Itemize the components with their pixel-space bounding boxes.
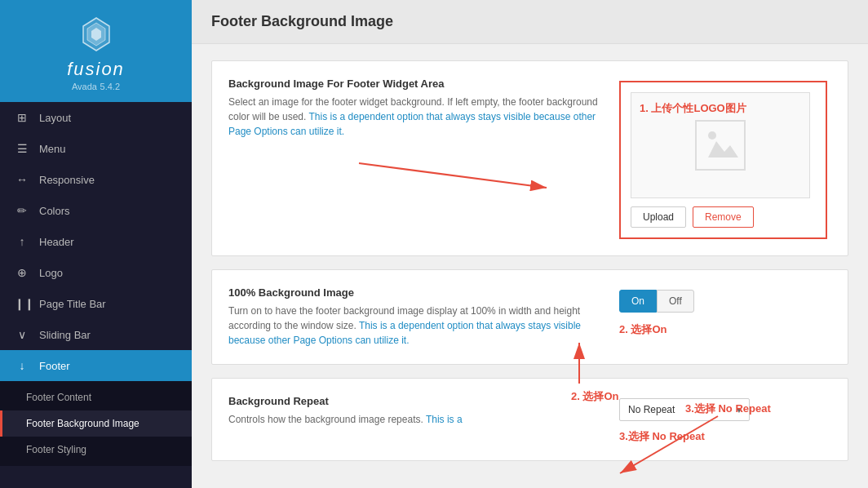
upload-buttons: Upload Remove	[631, 206, 816, 228]
toggle-group-100-bg: On Off	[619, 290, 694, 313]
sidebar-item-logo-label: Logo	[39, 267, 63, 279]
option-section-bg-image: Background Image For Footer Widget Area …	[211, 60, 848, 256]
sidebar-item-page-title-bar[interactable]: ❙❙ Page Title Bar	[0, 288, 192, 319]
sidebar-item-menu-label: Menu	[39, 143, 66, 155]
main-content: Footer Background Image Background Image…	[192, 0, 868, 488]
brand-version: Avada 5.4.2	[0, 80, 192, 92]
option-link-bg-repeat[interactable]: This is a	[426, 414, 463, 425]
sidebar: fusion Avada 5.4.2 ⊞ Layout ☰ Menu ↔ Res…	[0, 0, 192, 488]
option-desc-bg-repeat: Controls how the background image repeat…	[228, 412, 603, 427]
sidebar-sub-item-footer-styling[interactable]: Footer Styling	[0, 437, 192, 463]
sidebar-item-footer-label: Footer	[39, 360, 70, 372]
sidebar-sub-item-footer-content[interactable]: Footer Content	[0, 384, 192, 410]
svg-rect-2	[696, 121, 745, 170]
sidebar-sub-item-footer-background-image[interactable]: Footer Background Image	[0, 410, 192, 437]
option-title-bg-repeat: Background Repeat	[228, 395, 603, 407]
page-title-bar-icon: ❙❙	[15, 297, 29, 310]
sliding-bar-icon: ∨	[15, 328, 29, 341]
option-row-bg-image: Background Image For Footer Widget Area …	[212, 61, 848, 255]
page-header: Footer Background Image	[192, 0, 868, 44]
sidebar-item-colors[interactable]: ✏ Colors	[0, 195, 192, 226]
select-bg-repeat[interactable]: No Repeat Repeat Repeat-X Repeat-Y	[619, 398, 750, 421]
menu-icon: ☰	[15, 142, 29, 155]
sidebar-logo-area: fusion Avada 5.4.2	[0, 0, 192, 102]
sidebar-item-layout[interactable]: ⊞ Layout	[0, 102, 192, 133]
option-control-100-bg: On Off 2. 选择On	[619, 286, 831, 337]
fusion-logo-icon	[77, 15, 116, 54]
toggle-off-button[interactable]: Off	[657, 290, 694, 313]
option-section-100-bg: 100% Background Image Turn on to have th…	[211, 269, 848, 365]
option-title-bg-image: Background Image For Footer Widget Area	[228, 78, 603, 90]
sidebar-item-logo[interactable]: ⊕ Logo	[0, 257, 192, 288]
colors-icon: ✏	[15, 204, 29, 217]
svg-point-3	[708, 131, 716, 140]
logo-icon: ⊕	[15, 266, 29, 279]
footer-sub-menu: Footer Content Footer Background Image F…	[0, 381, 192, 466]
option-desc-100-bg: Turn on to have the footer background im…	[228, 304, 603, 348]
image-placeholder-icon	[688, 113, 753, 178]
toggle-on-button[interactable]: On	[619, 290, 657, 313]
option-info-bg-repeat: Background Repeat Controls how the backg…	[228, 395, 603, 427]
sidebar-item-header[interactable]: ↑ Header	[0, 226, 192, 257]
remove-button[interactable]: Remove	[693, 206, 754, 228]
sidebar-item-menu[interactable]: ☰ Menu	[0, 133, 192, 164]
option-info-100-bg: 100% Background Image Turn on to have th…	[228, 286, 603, 348]
sidebar-item-layout-label: Layout	[39, 112, 71, 124]
image-upload-box: 1. 上传个性LOGO图片 Upload Remove	[619, 81, 827, 239]
sidebar-item-colors-label: Colors	[39, 205, 70, 217]
brand-name: fusion	[0, 59, 192, 80]
responsive-icon: ↔	[15, 173, 29, 186]
select-annotation: 3.选择 No Repeat	[619, 429, 705, 444]
sidebar-item-footer[interactable]: ↓ Footer	[0, 350, 192, 381]
option-section-bg-repeat: Background Repeat Controls how the backg…	[211, 378, 848, 461]
sidebar-item-page-title-bar-label: Page Title Bar	[39, 298, 106, 310]
sidebar-item-responsive-label: Responsive	[39, 174, 95, 186]
page-title: Footer Background Image	[211, 13, 848, 30]
select-wrapper-bg-repeat: No Repeat Repeat Repeat-X Repeat-Y	[619, 398, 750, 421]
option-title-100-bg: 100% Background Image	[228, 286, 603, 299]
footer-icon: ↓	[15, 359, 29, 372]
option-control-bg-repeat: No Repeat Repeat Repeat-X Repeat-Y 3.选择 …	[619, 395, 831, 444]
option-row-bg-repeat: Background Repeat Controls how the backg…	[212, 379, 848, 460]
image-preview: 1. 上传个性LOGO图片	[631, 92, 810, 198]
sidebar-item-header-label: Header	[39, 236, 74, 248]
layout-icon: ⊞	[15, 111, 29, 124]
option-desc-bg-image: Select an image for the footer widget ba…	[228, 95, 603, 139]
option-row-100-bg: 100% Background Image Turn on to have th…	[212, 270, 848, 364]
sidebar-item-sliding-bar[interactable]: ∨ Sliding Bar	[0, 319, 192, 350]
header-icon: ↑	[15, 235, 29, 248]
content-area: Background Image For Footer Widget Area …	[192, 44, 868, 488]
upload-hint: 1. 上传个性LOGO图片	[640, 101, 746, 116]
option-info-bg-image: Background Image For Footer Widget Area …	[228, 78, 603, 139]
sidebar-item-sliding-bar-label: Sliding Bar	[39, 329, 91, 341]
option-control-bg-image: 1. 上传个性LOGO图片 Upload Remove	[619, 78, 831, 239]
toggle-annotation: 2. 选择On	[619, 322, 667, 337]
sidebar-item-responsive[interactable]: ↔ Responsive	[0, 164, 192, 195]
sidebar-navigation: ⊞ Layout ☰ Menu ↔ Responsive ✏ Colors ↑ …	[0, 102, 192, 488]
upload-button[interactable]: Upload	[631, 206, 686, 228]
